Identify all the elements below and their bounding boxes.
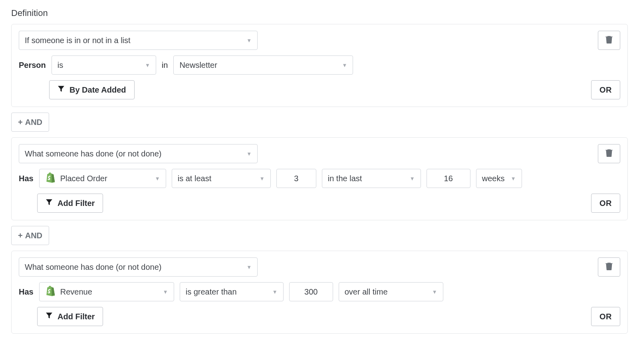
shopify-icon: [45, 285, 56, 299]
chevron-down-icon: ▼: [410, 176, 415, 182]
chevron-down-icon: ▼: [246, 151, 252, 157]
time-unit-label: weeks: [482, 174, 505, 183]
condition-type-select[interactable]: If someone is in or not in a list ▼: [19, 31, 258, 50]
chevron-down-icon: ▼: [246, 38, 252, 44]
timeframe-select[interactable]: in the last ▼: [322, 169, 421, 188]
operator-label: is: [58, 61, 63, 70]
plus-icon: +: [18, 118, 23, 127]
add-filter-label: Add Filter: [58, 312, 95, 321]
plus-icon: +: [18, 231, 23, 240]
event-label: Placed Order: [60, 174, 107, 183]
or-label: OR: [599, 199, 612, 208]
or-label: OR: [599, 312, 612, 321]
condition-card: What someone has done (or not done) ▼ Ha…: [11, 137, 628, 220]
by-date-added-button[interactable]: By Date Added: [49, 80, 135, 99]
list-select[interactable]: Newsletter ▼: [173, 55, 353, 75]
chevron-down-icon: ▼: [163, 289, 168, 295]
condition-type-label: What someone has done (or not done): [25, 149, 161, 158]
condition-card: What someone has done (or not done) ▼ Ha…: [11, 251, 628, 334]
condition-type-select[interactable]: What someone has done (or not done) ▼: [19, 144, 258, 163]
add-filter-button[interactable]: Add Filter: [37, 194, 103, 213]
funnel-icon: [46, 312, 53, 321]
event-select[interactable]: Placed Order ▼: [39, 169, 166, 188]
condition-type-label: What someone has done (or not done): [25, 263, 161, 272]
delete-condition-button[interactable]: [598, 144, 620, 163]
chevron-down-icon: ▼: [342, 62, 347, 68]
value-input[interactable]: [276, 169, 316, 188]
delete-condition-button[interactable]: [598, 31, 620, 50]
time-value-input[interactable]: [427, 169, 470, 188]
has-label: Has: [19, 287, 34, 297]
add-filter-button[interactable]: Add Filter: [37, 307, 103, 326]
or-button[interactable]: OR: [591, 194, 620, 213]
timeframe-label: over all time: [345, 287, 388, 297]
and-connector-button[interactable]: + AND: [11, 226, 49, 245]
and-label: AND: [25, 231, 42, 240]
timeframe-label: in the last: [328, 174, 362, 183]
funnel-icon: [46, 199, 53, 208]
funnel-icon: [58, 85, 65, 95]
person-label: Person: [19, 61, 46, 70]
timeframe-select[interactable]: over all time ▼: [339, 282, 443, 301]
chevron-down-icon: ▼: [260, 176, 265, 182]
chevron-down-icon: ▼: [145, 62, 150, 68]
or-button[interactable]: OR: [591, 307, 620, 326]
trash-icon: [605, 149, 613, 159]
trash-icon: [605, 36, 613, 46]
or-label: OR: [599, 85, 612, 95]
and-connector-button[interactable]: + AND: [11, 113, 49, 132]
chevron-down-icon: ▼: [246, 264, 252, 270]
add-filter-label: Add Filter: [58, 199, 95, 208]
condition-type-select[interactable]: What someone has done (or not done) ▼: [19, 257, 258, 277]
chevron-down-icon: ▼: [272, 289, 278, 295]
chevron-down-icon: ▼: [432, 289, 437, 295]
by-date-added-label: By Date Added: [69, 85, 126, 95]
section-title: Definition: [11, 8, 628, 18]
trash-icon: [605, 262, 613, 272]
comparator-label: is at least: [178, 174, 211, 183]
has-label: Has: [19, 174, 34, 183]
shopify-icon: [45, 172, 56, 185]
value-input[interactable]: [289, 282, 333, 301]
chevron-down-icon: ▼: [511, 176, 516, 182]
condition-type-label: If someone is in or not in a list: [25, 36, 131, 45]
in-label: in: [162, 61, 168, 70]
operator-select[interactable]: is ▼: [52, 55, 156, 75]
delete-condition-button[interactable]: [598, 257, 620, 277]
event-select[interactable]: Revenue ▼: [39, 282, 174, 301]
and-label: AND: [25, 118, 42, 127]
comparator-select[interactable]: is at least ▼: [172, 169, 271, 188]
event-label: Revenue: [60, 287, 92, 297]
condition-card: If someone is in or not in a list ▼ Pers…: [11, 24, 628, 107]
comparator-select[interactable]: is greater than ▼: [180, 282, 284, 301]
time-unit-select[interactable]: weeks ▼: [476, 169, 522, 188]
or-button[interactable]: OR: [591, 80, 620, 99]
comparator-label: is greater than: [186, 287, 237, 297]
list-label: Newsletter: [179, 61, 217, 70]
chevron-down-icon: ▼: [155, 176, 160, 182]
